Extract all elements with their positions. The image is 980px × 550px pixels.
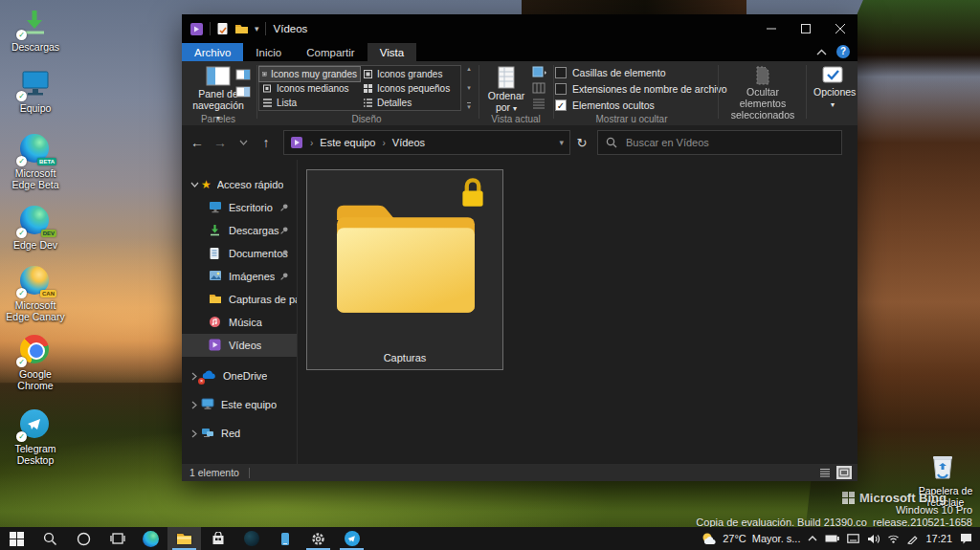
desktop-icon-telegram[interactable]: ✓ Telegram Desktop: [4, 409, 67, 466]
back-button[interactable]: ←: [186, 131, 209, 154]
desktop-icon-chrome[interactable]: ✓ Google Chrome: [4, 335, 67, 391]
group-by-icon[interactable]: [532, 66, 546, 78]
thumbnails-view-toggle[interactable]: [836, 466, 852, 479]
close-button[interactable]: [823, 14, 858, 43]
taskbar-settings-button[interactable]: [301, 527, 335, 550]
recent-locations-button[interactable]: [232, 131, 255, 154]
maximize-button[interactable]: [789, 14, 823, 43]
taskbar-edge-button[interactable]: [134, 527, 167, 550]
sync-check-badge: ✓: [16, 156, 27, 166]
folder-item-capturas[interactable]: Capturas: [306, 169, 503, 370]
tab-compartir[interactable]: Compartir: [294, 43, 367, 61]
help-icon[interactable]: ?: [836, 45, 850, 58]
tab-vista[interactable]: Vista: [368, 43, 416, 61]
chevron-right-icon: [191, 401, 197, 409]
search-icon: [43, 532, 57, 546]
address-bar[interactable]: › Este equipo › Vídeos ▾: [283, 130, 570, 155]
sidebar-item-red[interactable]: Red: [182, 422, 297, 445]
action-center-icon[interactable]: [960, 533, 972, 544]
sidebar-item-onedrive[interactable]: × OneDrive: [182, 364, 297, 387]
scroll-down-icon[interactable]: ▾: [467, 84, 471, 92]
volume-icon[interactable]: [867, 534, 880, 544]
start-button[interactable]: [0, 527, 33, 550]
weather-widget[interactable]: 27°C Mayor. s...: [702, 532, 800, 545]
hide-selected-items-button[interactable]: Ocultar elementos seleccionados: [724, 64, 802, 122]
view-iconos-medianos[interactable]: Iconos medianos: [259, 81, 360, 96]
ribbon-separator: [479, 65, 479, 119]
gear-icon: [311, 532, 325, 546]
sidebar-item-descargas[interactable]: Descargas: [182, 219, 297, 242]
view-detalles[interactable]: Detalles: [360, 96, 460, 110]
sidebar-item-videos[interactable]: Vídeos: [182, 334, 297, 357]
pen-icon[interactable]: [907, 534, 918, 544]
more-views-icon[interactable]: ▾: [467, 102, 471, 111]
battery-icon[interactable]: [825, 535, 839, 542]
sort-by-button[interactable]: Ordenar por ▾: [484, 64, 528, 117]
sidebar-item-musica[interactable]: Música: [182, 311, 297, 334]
temperature: 27°C: [723, 533, 746, 544]
taskbar-your-phone-button[interactable]: [268, 527, 301, 550]
search-input[interactable]: [624, 136, 834, 149]
microsoft-logo-icon: [842, 492, 855, 504]
up-button[interactable]: ↑: [255, 131, 278, 154]
size-columns-icon[interactable]: [532, 98, 546, 109]
new-folder-button[interactable]: [234, 23, 249, 34]
options-button[interactable]: Opciones ▾: [812, 64, 854, 113]
item-count: 1 elemento: [182, 467, 239, 478]
sidebar-item-imagenes[interactable]: Imágenes: [182, 265, 297, 288]
sidebar-item-capturas-de-pantalla[interactable]: Capturas de pantal: [182, 288, 297, 311]
task-view-button[interactable]: [100, 527, 134, 550]
view-iconos-grandes[interactable]: Iconos grandes: [360, 67, 460, 81]
desktop-icon-descargas[interactable]: ✓ Descargas: [4, 8, 67, 53]
desktop-icon-equipo[interactable]: ✓ Equipo: [4, 69, 67, 114]
refresh-button[interactable]: ↻: [570, 130, 593, 155]
hidden-icons-button[interactable]: [808, 536, 817, 541]
sidebar-item-escritorio[interactable]: Escritorio: [182, 196, 297, 219]
sidebar-item-este-equipo[interactable]: Este equipo: [182, 393, 297, 416]
collapse-ribbon-icon[interactable]: [816, 49, 827, 55]
sidebar-quick-access[interactable]: ★ Acceso rápido: [182, 173, 297, 196]
taskbar-store-button[interactable]: [201, 527, 234, 550]
checkbox-extensiones[interactable]: Extensiones de nombre de archivo: [555, 81, 727, 97]
address-dropdown-icon[interactable]: ▾: [559, 138, 564, 147]
sidebar-item-documentos[interactable]: Documentos: [182, 242, 297, 265]
checkbox-casillas[interactable]: Casillas de elemento: [555, 65, 727, 80]
desktop-icon-edge-canary[interactable]: ✓ CAN Microsoft Edge Canary: [4, 266, 67, 322]
breadcrumb-videos[interactable]: Vídeos: [392, 137, 425, 148]
network-icon[interactable]: [887, 534, 900, 543]
folder-content-area[interactable]: Capturas: [298, 160, 858, 464]
forward-button[interactable]: →: [209, 131, 232, 154]
checkbox-elementos-ocultos[interactable]: ✓ Elementos ocultos: [555, 98, 727, 113]
details-pane-icon[interactable]: [235, 86, 251, 98]
navigation-pane-icon: [206, 66, 231, 86]
tablet-mode-icon[interactable]: [847, 534, 859, 543]
scroll-up-icon[interactable]: ▴: [467, 65, 471, 73]
taskbar-file-explorer-button[interactable]: [167, 527, 201, 550]
weather-icon: [702, 532, 717, 545]
tab-archivo[interactable]: Archivo: [182, 43, 243, 61]
properties-button[interactable]: [216, 22, 229, 35]
view-lista[interactable]: Lista: [259, 96, 360, 110]
taskbar-app-button[interactable]: [234, 527, 268, 550]
desktop-icon-edge-dev[interactable]: ✓ DEV Edge Dev: [4, 206, 67, 251]
cortana-button[interactable]: [67, 527, 100, 550]
details-view-toggle[interactable]: [817, 466, 833, 479]
title-bar[interactable]: ▾ Vídeos: [182, 14, 858, 43]
view-iconos-muy-grandes[interactable]: Iconos muy grandes: [259, 67, 360, 81]
taskbar-telegram-button[interactable]: [335, 527, 368, 550]
view-iconos-pequenos[interactable]: Iconos pequeños: [360, 81, 460, 96]
tab-inicio[interactable]: Inicio: [243, 43, 294, 61]
taskbar-search-button[interactable]: [33, 527, 67, 550]
cortana-icon: [77, 532, 91, 546]
quick-access-star-icon: ★: [201, 178, 212, 191]
desktop-icon-edge-beta[interactable]: ✓ BETA Microsoft Edge Beta: [4, 134, 67, 190]
customize-toolbar-caret[interactable]: ▾: [255, 24, 259, 33]
minimize-button[interactable]: [754, 14, 789, 43]
clock[interactable]: 17:21: [925, 533, 952, 544]
status-bar: 1 elemento: [182, 464, 858, 481]
add-columns-icon[interactable]: [532, 82, 546, 94]
breadcrumb-este-equipo[interactable]: Este equipo: [320, 137, 375, 148]
search-box[interactable]: [597, 130, 842, 155]
pin-icon: [279, 203, 289, 212]
preview-pane-icon[interactable]: [235, 69, 251, 80]
